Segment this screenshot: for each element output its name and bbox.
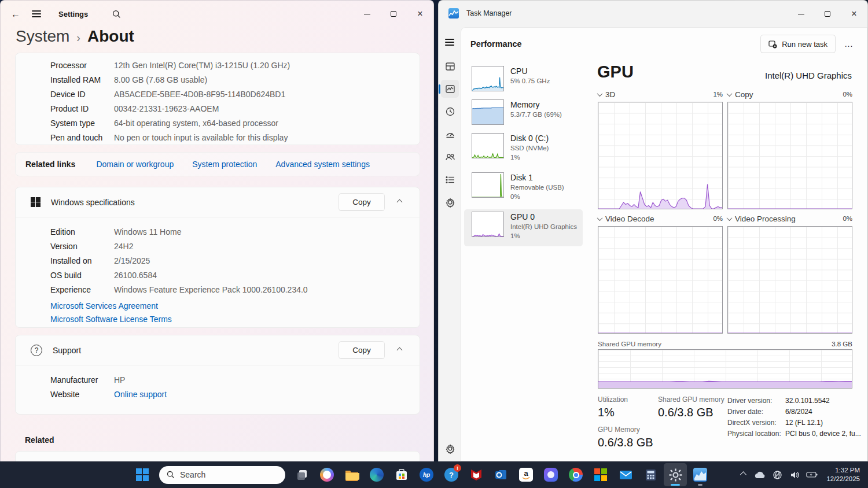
perf-item-disk0[interactable]: Disk 0 (C:) SSD (NVMe) 1%: [464, 131, 583, 168]
perf-item-gpu0[interactable]: GPU 0 Intel(R) UHD Graphics 1%: [464, 209, 583, 246]
hp-support-icon[interactable]: ? !: [440, 463, 463, 486]
active-indicator: [671, 484, 680, 486]
loop-icon[interactable]: [539, 463, 562, 486]
running-indicator: [698, 484, 703, 486]
microsoft-store-icon[interactable]: [390, 463, 413, 486]
settings-app-title: Settings: [58, 10, 88, 19]
gpu-subtitle: Intel(R) UHD Graphics: [765, 71, 852, 80]
tray-date: 12/22/2025: [826, 475, 860, 483]
link-microsoft-software-license-terms[interactable]: Microsoft Software License Terms: [50, 315, 420, 324]
link-microsoft-services-agreement[interactable]: Microsoft Services Agreement: [50, 301, 420, 310]
disk1-mini-chart: [472, 172, 504, 198]
mcafee-icon[interactable]: [465, 463, 488, 486]
mail-icon[interactable]: [614, 463, 637, 486]
gpu-memory-stat: GPU Memory 0.6/3.8 GB: [598, 426, 653, 449]
edge-icon[interactable]: [365, 463, 388, 486]
collapse-support-icon[interactable]: [389, 341, 409, 359]
amazon-icon[interactable]: a: [514, 463, 538, 486]
chevron-down-icon[interactable]: [727, 215, 733, 221]
battery-icon[interactable]: [804, 465, 819, 484]
spec-row: EditionWindows 11 Home: [50, 224, 420, 239]
calculator-icon[interactable]: [639, 463, 662, 486]
nav-services-icon[interactable]: [441, 193, 459, 211]
volume-icon[interactable]: [787, 465, 802, 484]
windows-logo-icon: [31, 197, 41, 207]
nav-hamburger-icon[interactable]: [445, 39, 454, 46]
close-button[interactable]: ×: [841, 1, 867, 27]
maximize-button[interactable]: [380, 1, 407, 27]
link-domain-or-workgroup[interactable]: Domain or workgroup: [96, 160, 174, 169]
nav-details-icon[interactable]: [441, 171, 459, 188]
spec-row: Installed RAM8.00 GB (7.68 GB usable): [50, 72, 420, 87]
task-manager-taskbar-icon[interactable]: [689, 463, 712, 486]
disk0-mini-chart: [472, 133, 504, 158]
detail-row: Driver date:6/8/2024: [727, 406, 861, 417]
task-view-icon[interactable]: [290, 463, 314, 486]
minimize-button[interactable]: [788, 1, 814, 27]
gpu-mini-chart: [472, 212, 504, 237]
minimize-button[interactable]: [354, 1, 380, 27]
close-button[interactable]: ×: [407, 1, 433, 27]
breadcrumb: System › About: [16, 27, 134, 46]
support-card: ? Support Copy ManufacturerHP WebsiteOnl…: [15, 335, 420, 415]
help-icon: ?: [31, 345, 42, 356]
onedrive-icon[interactable]: [752, 465, 767, 484]
task-manager-panel: Performance Run new task ... CPU 5% 0.75…: [461, 27, 867, 461]
spec-row: Product ID00342-21331-19623-AAOEM: [50, 101, 420, 116]
device-specs-card: Processor12th Gen Intel(R) Core(TM) i3-1…: [15, 53, 420, 145]
tray-chevron-up-icon[interactable]: [735, 465, 750, 484]
chrome-icon[interactable]: [564, 463, 587, 486]
page-title: About: [87, 27, 134, 46]
chevron-down-icon[interactable]: [727, 91, 733, 97]
detail-row: DirectX version:12 (FL 12.1): [727, 417, 861, 428]
perf-item-cpu[interactable]: CPU 5% 0.75 GHz: [464, 64, 583, 95]
breadcrumb-parent[interactable]: System: [16, 27, 69, 46]
nav-app-history-icon[interactable]: [441, 102, 459, 120]
outlook-icon[interactable]: [490, 463, 513, 486]
nav-processes-icon[interactable]: [441, 57, 459, 75]
hamburger-menu-icon[interactable]: [32, 10, 41, 17]
copy-windows-specs-button[interactable]: Copy: [339, 193, 385, 211]
link-advanced-system-settings[interactable]: Advanced system settings: [275, 160, 370, 169]
back-icon[interactable]: ←: [9, 8, 23, 21]
clock[interactable]: 1:32 PM 12/22/2025: [822, 466, 863, 483]
nav-startup-apps-icon[interactable]: [441, 125, 459, 143]
related-section-heading: Related: [25, 435, 54, 445]
chevron-down-icon[interactable]: [597, 215, 603, 221]
copilot-icon[interactable]: [315, 463, 339, 486]
system-tray: 1:32 PM 12/22/2025: [735, 461, 863, 488]
nav-performance-icon[interactable]: [441, 80, 459, 98]
related-links-row: Related links Domain or workgroup System…: [15, 152, 420, 176]
collapse-windows-specs-icon[interactable]: [389, 193, 409, 211]
nav-users-icon[interactable]: [441, 148, 459, 166]
search-icon: [167, 471, 175, 479]
copy-support-button[interactable]: Copy: [339, 341, 385, 359]
video-decode-chart: [598, 226, 723, 334]
more-options-button[interactable]: ...: [839, 35, 859, 53]
windows-specifications-card: Windows specifications Copy EditionWindo…: [15, 187, 420, 328]
chart-header-copy: Copy 0%: [727, 89, 852, 99]
chart-header-video-processing: Video Processing 0%: [727, 213, 852, 224]
search-icon[interactable]: [112, 10, 121, 21]
network-icon[interactable]: [770, 465, 785, 484]
link-online-support[interactable]: Online support: [114, 390, 167, 399]
hp-icon[interactable]: hp: [415, 463, 438, 486]
maximize-button[interactable]: [814, 1, 841, 27]
link-system-protection[interactable]: System protection: [192, 160, 257, 169]
run-new-task-button[interactable]: Run new task: [760, 35, 836, 53]
settings-gear-icon[interactable]: [441, 439, 459, 457]
start-button[interactable]: [131, 463, 154, 486]
chart-header-video-decode: Video Decode 0%: [598, 213, 723, 224]
microsoft-365-icon[interactable]: [589, 463, 612, 486]
taskbar-search[interactable]: Search: [159, 466, 285, 484]
utilization-stat: Utilization 1%: [598, 395, 628, 419]
perf-item-disk1[interactable]: Disk 1 Removable (USB) 0%: [464, 170, 583, 207]
chevron-down-icon[interactable]: [597, 91, 603, 97]
settings-taskbar-icon[interactable]: [664, 463, 687, 486]
windows-specifications-title: Windows specifications: [51, 198, 339, 207]
perf-item-memory[interactable]: Memory 5.3/7.7 GB (69%): [464, 97, 583, 128]
performance-heading: Performance: [470, 39, 760, 49]
file-explorer-icon[interactable]: [340, 463, 363, 486]
spec-row: Installed on2/15/2025: [50, 253, 420, 268]
chart-header-3d: 3D 1%: [598, 89, 723, 99]
